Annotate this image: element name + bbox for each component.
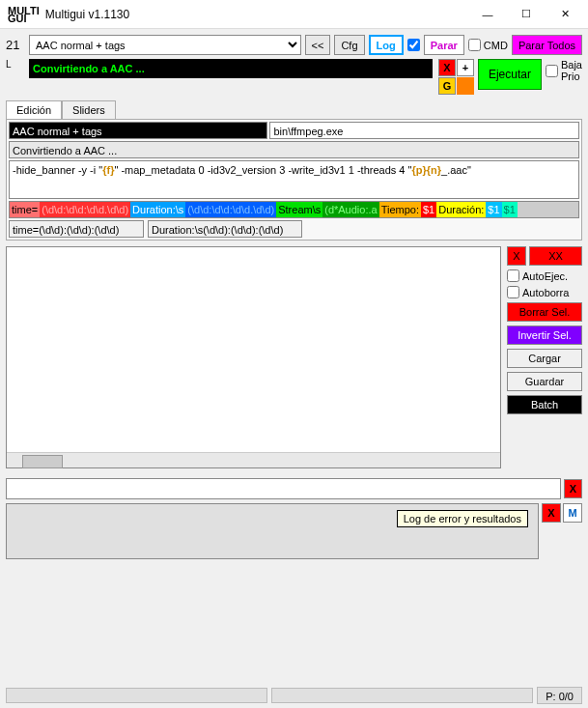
- regex2-dur[interactable]: Duration:\s(\d\d):(\d\d):(\d\d): [148, 220, 302, 238]
- bottom-x2[interactable]: X: [542, 503, 561, 523]
- args-field[interactable]: -hide_banner -y -i "{f}" -map_metadata 0…: [9, 160, 579, 199]
- log-checkbox[interactable]: [407, 39, 420, 51]
- minimize-button[interactable]: —: [468, 1, 507, 28]
- bottom-input[interactable]: [6, 478, 561, 499]
- guardar-button[interactable]: Guardar: [507, 372, 582, 391]
- progress-bar-2: [271, 688, 533, 703]
- side-buttons: X XX AutoEjec. Autoborra Borrar Sel. Inv…: [507, 246, 582, 468]
- parar-button[interactable]: Parar: [424, 35, 464, 55]
- autoejec-checkbox-label[interactable]: AutoEjec.: [507, 269, 582, 282]
- cmd-checkbox-label[interactable]: CMD: [468, 39, 508, 51]
- close-button[interactable]: ✕: [546, 1, 584, 28]
- titlebar: MULTIGUI Multigui v1.1130 — ☐ ✕: [0, 0, 588, 29]
- g-icon-button[interactable]: G: [438, 77, 456, 95]
- exe-field[interactable]: bin\ffmpeg.exe: [269, 122, 579, 139]
- baja-prio-checkbox-label[interactable]: BajaPrio: [546, 59, 582, 82]
- file-list[interactable]: [6, 246, 501, 468]
- batch-button[interactable]: Batch: [507, 395, 582, 414]
- tabs: Edición Sliders: [6, 100, 582, 119]
- footer: P: 0/0: [6, 687, 582, 704]
- maximize-button[interactable]: ☐: [507, 1, 546, 28]
- x-icon-button[interactable]: X: [438, 59, 456, 76]
- tab-sliders[interactable]: Sliders: [62, 100, 116, 119]
- l-label: L: [6, 59, 25, 70]
- autoborra-checkbox-label[interactable]: Autoborra: [507, 286, 582, 298]
- h-scrollbar[interactable]: [7, 452, 500, 467]
- cargar-button[interactable]: Cargar: [507, 349, 582, 368]
- plus-icon-button[interactable]: +: [457, 59, 474, 76]
- xx-button[interactable]: XX: [529, 246, 582, 266]
- invertir-sel-button[interactable]: Invertir Sel.: [507, 326, 582, 345]
- log-area[interactable]: Log de error y resultados: [6, 503, 539, 559]
- regex-strip-1[interactable]: time= (\d\d:\d\d:\d\d.\d\d) Duration:\s …: [9, 201, 579, 218]
- window-title: Multigui v1.1130: [45, 8, 468, 21]
- back-button[interactable]: <<: [305, 35, 331, 55]
- ejecutar-button[interactable]: Ejecutar: [478, 59, 542, 90]
- preset-select[interactable]: AAC normal + tags: [29, 35, 301, 55]
- bottom-x1[interactable]: X: [564, 479, 582, 498]
- bottom-m[interactable]: M: [563, 503, 582, 523]
- progress-bar-1: [6, 688, 267, 703]
- orange-icon-button[interactable]: [457, 77, 474, 95]
- app-logo: MULTIGUI: [8, 7, 40, 22]
- preset-number: 21: [6, 38, 25, 52]
- status-bar: Convirtiendo a AAC ...: [29, 59, 433, 78]
- x-button[interactable]: X: [507, 246, 526, 266]
- cfg-button[interactable]: Cfg: [334, 35, 364, 55]
- edicion-panel: AAC normal + tags bin\ffmpeg.exe Convirt…: [6, 119, 582, 241]
- log-button[interactable]: Log: [369, 35, 404, 55]
- regex2-time[interactable]: time=(\d\d):(\d\d):(\d\d): [9, 220, 144, 238]
- progress-label: P: 0/0: [537, 687, 582, 704]
- baja-prio-checkbox[interactable]: [546, 65, 558, 77]
- preset-name-field[interactable]: AAC normal + tags: [9, 122, 267, 139]
- tab-edicion[interactable]: Edición: [6, 100, 62, 119]
- log-tooltip: Log de error y resultados: [397, 510, 528, 527]
- status2-field[interactable]: Convirtiendo a AAC ...: [9, 141, 579, 158]
- parar-todos-button[interactable]: Parar Todos: [512, 35, 582, 55]
- cmd-checkbox[interactable]: [468, 39, 481, 51]
- borrar-sel-button[interactable]: Borrar Sel.: [507, 302, 582, 322]
